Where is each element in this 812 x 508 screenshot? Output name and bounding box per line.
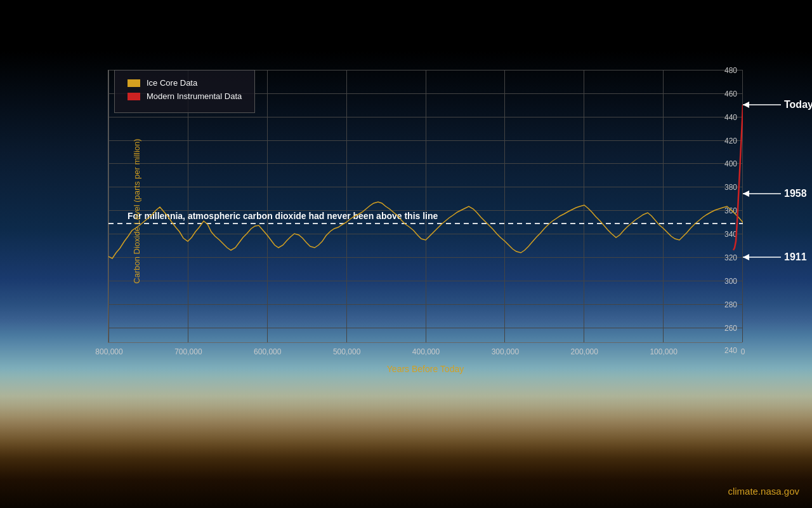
ice-core-line <box>108 102 812 273</box>
x-label-0: 0 <box>741 347 745 356</box>
legend-item-ice-core: Ice Core Data <box>128 78 242 88</box>
legend-item-modern: Modern Instrumental Data <box>128 91 242 101</box>
legend-color-ice-core <box>128 79 140 87</box>
x-label-500k: 500,000 <box>333 347 360 356</box>
y-label-240: 240 <box>724 346 737 355</box>
today-arrowhead <box>743 102 749 108</box>
landscape-overlay <box>0 368 812 508</box>
x-label-600k: 600,000 <box>254 347 281 356</box>
x-label-300k: 300,000 <box>492 347 519 356</box>
x-axis-title: Years Before Today <box>387 364 464 374</box>
dashed-line-annotation: For millennia, atmospheric carbon dioxid… <box>128 211 438 221</box>
x-label-100k: 100,000 <box>650 347 677 356</box>
legend-color-modern <box>128 93 140 100</box>
year-1958-label: 1958 <box>784 188 807 199</box>
year-1958-arrowhead <box>743 190 749 197</box>
legend-label-ice-core: Ice Core Data <box>147 78 197 88</box>
nasa-credit: climate.nasa.gov <box>728 486 799 497</box>
x-label-700k: 700,000 <box>174 347 202 356</box>
y-axis-title: Carbon Dioxide Level (parts per million) <box>132 138 141 283</box>
x-label-400k: 400,000 <box>412 347 440 356</box>
x-label-200k: 200,000 <box>571 347 598 356</box>
chart-container: 480 460 440 420 400 380 360 340 320 300 <box>51 51 780 368</box>
modern-instrumental-line <box>733 105 743 250</box>
year-1911-arrowhead <box>743 254 749 260</box>
x-label-800k: 800,000 <box>95 347 122 356</box>
legend-label-modern: Modern Instrumental Data <box>147 91 242 101</box>
year-1911-label: 1911 <box>784 251 807 262</box>
legend: Ice Core Data Modern Instrumental Data <box>114 70 255 113</box>
today-label: Today <box>784 99 812 110</box>
